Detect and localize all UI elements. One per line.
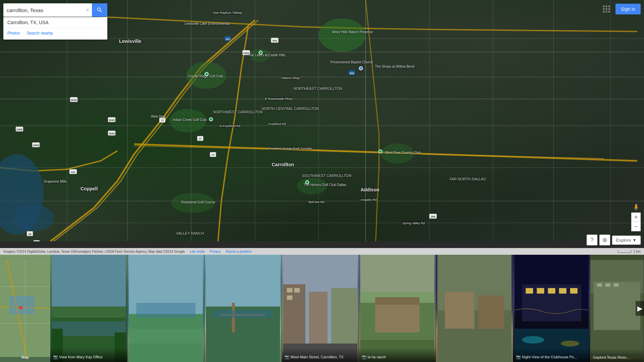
svg-text:3040: 3040 [109, 132, 115, 135]
svg-text:121: 121 [225, 38, 230, 41]
svg-text:544: 544 [350, 72, 354, 75]
privacy-link[interactable]: Privacy [210, 250, 221, 253]
scroll-right-arrow[interactable]: ▶ [636, 301, 644, 316]
help-button[interactable]: ? [587, 235, 597, 245]
svg-text:289: 289 [431, 215, 435, 218]
svg-rect-119 [614, 283, 619, 287]
svg-rect-117 [597, 283, 602, 287]
map-thumb-label: Map [21, 355, 29, 359]
photo-night-clubhouse[interactable]: 📷 Night View of the Clubhouse Po... [513, 255, 590, 362]
autocomplete-links: Photos · Search nearby [3, 28, 107, 40]
camera-icon-4: 📷 [284, 355, 289, 359]
svg-text:77: 77 [212, 154, 215, 157]
marker-indian-creek[interactable] [209, 117, 213, 121]
settings-button[interactable]: ⚙ [599, 235, 610, 245]
streetview-icon-container: 🧍 [631, 203, 641, 211]
photo-title-8: Gaylord Texas Reso... [593, 355, 629, 359]
svg-rect-71 [52, 306, 126, 317]
lite-mode-link[interactable]: Lite mode [190, 250, 205, 253]
marker-honors[interactable] [305, 180, 309, 184]
svg-rect-77 [136, 303, 196, 317]
svg-text:544: 544 [272, 39, 277, 42]
svg-rect-78 [129, 329, 203, 344]
svg-point-112 [561, 341, 579, 347]
svg-rect-67 [10, 297, 34, 313]
apps-dot [603, 8, 605, 10]
svg-text:26: 26 [29, 233, 32, 236]
photo-6[interactable] [436, 255, 513, 362]
photo-label-7: 📷 Night View of the Clubhouse Po... [513, 348, 590, 362]
svg-rect-109 [570, 288, 578, 294]
search-nearby-link[interactable]: Search nearby [27, 31, 53, 37]
report-problem-link[interactable]: Report a problem [226, 250, 252, 253]
svg-point-25 [319, 18, 366, 52]
svg-rect-51 [34, 240, 40, 241]
svg-rect-95 [375, 303, 419, 332]
zoom-out-button[interactable]: − [631, 222, 641, 231]
map-controls: 🧍 + − [631, 203, 641, 231]
photo-title-5: la ha ranch [368, 355, 386, 359]
search-input-container: × [3, 3, 107, 17]
marker-bent-tree[interactable] [378, 149, 382, 154]
sign-in-button[interactable]: Sign in [615, 4, 641, 14]
photos-link[interactable]: Photos [7, 31, 20, 37]
apps-dot [605, 11, 607, 13]
apps-dot [603, 11, 605, 13]
photo-title-7: Night View of the Clubhouse Po... [522, 355, 577, 359]
photo-la-ha-ranch[interactable]: 📷 la ha ranch [359, 255, 436, 362]
svg-text:3040: 3040 [109, 119, 115, 122]
svg-point-22 [171, 193, 215, 213]
top-right-controls: Sign in [601, 3, 641, 15]
marker-coyote[interactable] [205, 72, 209, 76]
photo-2[interactable] [127, 255, 205, 362]
svg-rect-89 [287, 288, 292, 292]
clear-button[interactable]: × [84, 7, 92, 13]
search-input[interactable] [3, 3, 84, 17]
photo-strip: Map 📷 View from Mary Kay Office [0, 255, 644, 362]
photo-label-8: Gaylord Texas Reso... [590, 349, 644, 362]
svg-rect-106 [537, 288, 544, 294]
camera-icon-5: 📷 [362, 355, 367, 359]
photo-title: View from Mary Kay Office [59, 355, 103, 359]
svg-rect-107 [548, 288, 555, 294]
attribution-bar: Imagery ©2014 DigitalGlobe, Landsat, Tex… [0, 248, 644, 255]
zoom-in-button[interactable]: + [631, 213, 641, 222]
photo-west-main[interactable]: 📷 West Main Street, Carrollton, TX [282, 255, 359, 362]
map-thumbnail[interactable]: Map [0, 255, 50, 362]
svg-point-24 [297, 178, 327, 194]
explore-label: Explore [616, 238, 631, 243]
svg-point-19 [13, 204, 54, 231]
svg-text:3040: 3040 [71, 99, 77, 102]
autocomplete-item[interactable]: Carrollton, TX, USA [3, 17, 107, 28]
photo-3[interactable] [205, 255, 282, 362]
explore-chevron: ▼ [632, 238, 637, 243]
svg-rect-118 [605, 283, 610, 287]
apps-dot [605, 5, 607, 7]
streetview-icon[interactable]: 🧍 [632, 203, 640, 211]
svg-rect-105 [526, 288, 533, 294]
svg-text:2499: 2499 [16, 128, 22, 131]
scale-bar: 1 km [618, 250, 641, 253]
search-button[interactable] [92, 3, 107, 17]
svg-point-23 [381, 143, 414, 164]
svg-rect-83 [213, 310, 273, 318]
apps-grid-button[interactable] [601, 3, 612, 15]
svg-point-21 [169, 109, 206, 132]
photo-label: 📷 View from Mary Kay Office [50, 348, 127, 362]
marker-prestonwood[interactable] [359, 66, 363, 70]
svg-text:77: 77 [199, 137, 202, 140]
apps-dot [605, 8, 607, 10]
search-box: × Carrollton, TX, USA Photos · Search ne… [3, 3, 107, 40]
apps-dot [608, 8, 610, 10]
svg-rect-101 [478, 295, 504, 328]
photo-label-4: 📷 West Main Street, Carrollton, TX [282, 348, 359, 362]
svg-rect-100 [445, 292, 474, 328]
explore-button[interactable]: Explore ▼ [612, 236, 641, 245]
marker-lakes[interactable] [259, 51, 263, 55]
camera-icon: 📷 [53, 355, 58, 359]
autocomplete-title: Carrollton, TX, USA [7, 20, 103, 25]
svg-rect-91 [287, 295, 292, 300]
photo-mary-kay[interactable]: 📷 View from Mary Kay Office [50, 255, 127, 362]
svg-rect-96 [375, 297, 419, 305]
svg-text:2281: 2281 [243, 52, 249, 55]
